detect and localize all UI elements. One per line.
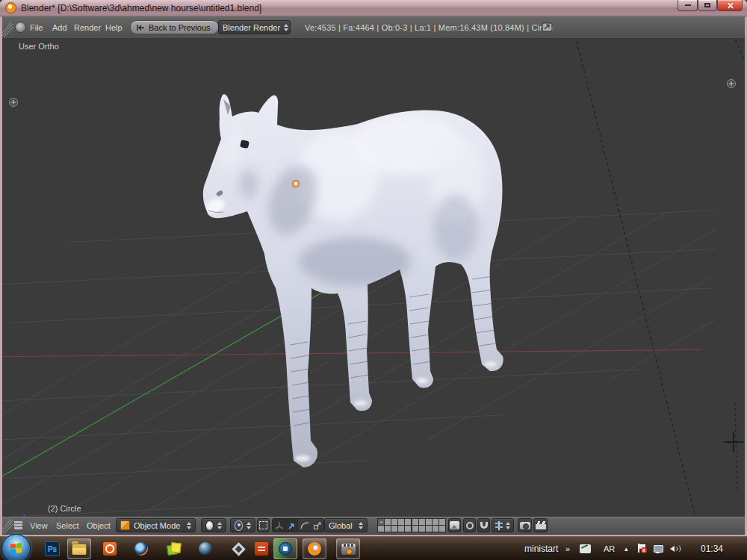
menu-select[interactable]: Select <box>56 517 79 534</box>
curve-manipulator-button[interactable] <box>298 519 311 532</box>
leg-edge-loops <box>290 276 496 426</box>
volume-tray-icon[interactable] <box>670 537 681 560</box>
desktop: Blender* [D:\Software\3d\ahmed\new hours… <box>0 0 747 560</box>
lock-to-scene-button[interactable] <box>448 517 461 534</box>
windows-logo-icon <box>10 543 22 554</box>
3d-viewport[interactable]: User Ortho (2) Circle <box>2 38 745 517</box>
start-button[interactable] <box>1 534 31 560</box>
object-origin-point[interactable] <box>293 181 300 187</box>
info-header: File Add Render Help Back to Previous Bl… <box>2 16 745 39</box>
updown-chevron-icon <box>359 522 363 529</box>
updown-chevron-icon <box>284 24 288 31</box>
proportional-edit-button[interactable] <box>463 517 476 534</box>
window-titlebar[interactable]: Blender* [D:\Software\3d\ahmed\new hours… <box>0 0 747 16</box>
updown-chevron-icon <box>506 522 510 529</box>
minimize-icon <box>685 4 691 6</box>
taskbar-explorer[interactable] <box>67 538 91 559</box>
windows-taskbar: Ps minis <box>0 536 747 560</box>
window-controls <box>678 0 743 11</box>
blender-window: File Add Render Help Back to Previous Bl… <box>0 16 747 536</box>
layers-widget-right[interactable] <box>412 517 446 534</box>
corner-hatch-icon <box>2 517 13 534</box>
area-corner-handle[interactable] <box>2 16 13 38</box>
show-hidden-icons-button[interactable]: ▴ <box>624 537 628 560</box>
red-app-icon <box>255 542 268 556</box>
firefox-icon <box>134 542 148 556</box>
mode-dropdown[interactable]: Object Mode <box>116 517 196 534</box>
pivot-point-dropdown[interactable] <box>230 517 255 534</box>
properties-expand-button[interactable] <box>728 80 736 88</box>
editor-type-selector[interactable] <box>14 517 22 534</box>
photoshop-icon: Ps <box>45 541 60 556</box>
menu-render[interactable]: Render <box>74 16 101 38</box>
taskbar-media-app[interactable] <box>336 538 360 559</box>
taskbar-orange-app[interactable] <box>98 538 122 559</box>
snap-toggle-button[interactable] <box>477 517 490 534</box>
tablet-driver-tray-icon[interactable] <box>580 537 591 560</box>
back-to-previous-button[interactable]: Back to Previous <box>130 16 219 38</box>
viewport-canvas <box>2 38 745 517</box>
orange-app-icon <box>103 542 117 556</box>
maximize-area-button[interactable] <box>542 16 553 38</box>
transform-orientation-dropdown[interactable]: Global <box>324 517 368 534</box>
hoof-highlights <box>295 362 497 462</box>
language-indicator[interactable]: AR <box>604 537 615 560</box>
corner-hatch-icon <box>2 18 13 37</box>
snap-element-dropdown[interactable] <box>492 517 514 534</box>
updown-chevron-icon <box>217 522 222 529</box>
menu-help[interactable]: Help <box>105 16 123 38</box>
taskbar-blender[interactable] <box>303 538 326 559</box>
solid-shading-icon <box>205 520 214 531</box>
network-tray-icon[interactable] <box>654 537 664 560</box>
maximize-button[interactable] <box>698 0 717 11</box>
blender-app-icon <box>5 2 16 13</box>
minimize-button[interactable] <box>678 0 698 11</box>
lamp-object[interactable] <box>724 432 744 452</box>
layers-widget-left[interactable] <box>377 517 412 534</box>
action-center-flag-icon[interactable]: x <box>637 537 647 560</box>
taskbar-photoshop[interactable]: Ps <box>40 538 64 559</box>
3d-view-editor-icon <box>14 521 22 529</box>
render-opengl-button[interactable] <box>518 517 532 534</box>
clock[interactable]: 01:34 <box>701 537 723 560</box>
horse-model[interactable] <box>203 94 503 467</box>
rotate-manipulator-button[interactable] <box>285 519 298 532</box>
manipulator-toggle-button[interactable] <box>257 517 270 534</box>
menu-view[interactable]: View <box>30 517 48 534</box>
translate-manipulator-button[interactable] <box>273 519 285 532</box>
scale-manipulator-button[interactable] <box>311 519 323 532</box>
render-opengl-anim-button[interactable] <box>533 517 548 534</box>
arc-icon <box>300 521 309 530</box>
render-engine-dropdown[interactable]: Blender Render <box>218 16 291 38</box>
menu-object[interactable]: Object <box>87 517 111 534</box>
taskbar-red-app[interactable] <box>249 538 273 559</box>
pivot-point-icon <box>235 520 243 531</box>
rotate-arrow-icon <box>288 521 297 530</box>
taskbar-unity[interactable] <box>226 538 250 559</box>
manipulator-icon <box>259 521 267 529</box>
taskbar-sphere-app[interactable] <box>193 538 217 559</box>
scale-icon <box>313 521 322 530</box>
taskbar-green-app[interactable] <box>273 538 297 559</box>
menu-file[interactable]: File <box>30 16 43 38</box>
active-object-label: (2) Circle <box>48 504 81 513</box>
window-title: Blender* [D:\Software\3d\ahmed\new hours… <box>21 3 261 13</box>
viewport-shading-dropdown[interactable] <box>201 517 226 534</box>
taskbar-sticky-notes[interactable] <box>162 538 186 559</box>
tray-app-label[interactable]: ministart <box>524 537 558 560</box>
notes-icon <box>167 542 181 556</box>
camera-icon <box>520 522 530 529</box>
taskbar-firefox[interactable] <box>129 538 153 559</box>
back-arrow-icon <box>136 24 145 31</box>
unity-icon <box>232 542 245 556</box>
object-mode-cube-icon <box>120 520 130 530</box>
translate-axes-icon <box>275 521 284 530</box>
area-corner-handle[interactable] <box>2 517 13 534</box>
close-button[interactable] <box>717 0 743 11</box>
menu-add[interactable]: Add <box>52 16 67 38</box>
editor-type-selector[interactable] <box>15 16 26 38</box>
tray-overflow-chevron[interactable]: » <box>565 537 570 560</box>
updown-chevron-icon <box>187 522 191 529</box>
magnet-icon <box>480 522 488 529</box>
toolshelf-expand-button[interactable] <box>10 99 18 107</box>
